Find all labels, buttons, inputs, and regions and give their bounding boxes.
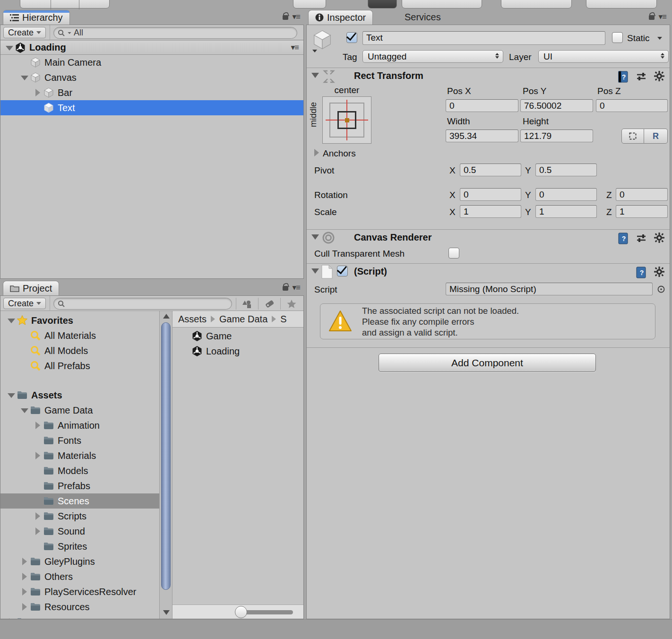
cull-transparent-mesh-checkbox[interactable] [448,248,459,259]
gameobject-cube-icon[interactable] [311,29,333,51]
toolbar-button[interactable] [501,0,572,9]
tree-item-materials[interactable]: Materials [0,448,159,463]
search-by-type-button[interactable] [236,298,258,310]
pivot-x-field[interactable]: 0.5 [460,164,521,176]
gear-icon[interactable] [654,232,665,245]
tree-item-fonts[interactable]: Fonts [0,433,159,448]
foldout-expanded-icon[interactable] [19,405,30,415]
tab-project[interactable]: Project [3,281,59,295]
tab-inspector[interactable]: Inspector [308,10,373,25]
foldout-collapsed-icon[interactable] [19,571,30,582]
file-item-loading[interactable]: Loading [172,344,303,359]
lock-icon[interactable] [283,15,289,21]
raw-edit-mode-button[interactable]: R [644,129,668,144]
lock-icon[interactable] [649,15,655,21]
scale-y-field[interactable]: 1 [535,205,597,218]
gear-icon[interactable] [654,266,665,279]
foldout-expanded-icon[interactable] [19,72,30,83]
tree-item-clipped[interactable] [0,614,159,619]
tree-item-scenes-selected[interactable]: Scenes [0,493,159,509]
toolbar-button[interactable] [402,0,482,9]
pos-x-field[interactable]: 0 [446,99,518,112]
foldout-collapsed-icon[interactable] [33,511,43,521]
lock-icon[interactable] [283,286,289,292]
help-icon[interactable]: ? [636,267,647,279]
foldout-collapsed-icon[interactable] [33,87,43,98]
foldout-collapsed-icon[interactable] [19,602,30,612]
scale-z-field[interactable]: 1 [616,205,668,218]
tree-item-playservicesresolver[interactable]: PlayServicesResolver [0,584,159,599]
add-component-button[interactable]: Add Component [379,354,596,372]
foldout-expanded-icon[interactable] [311,268,319,274]
hierarchy-item-canvas[interactable]: Canvas [0,70,303,85]
file-item-game[interactable]: Game [172,328,303,344]
rotation-x-field[interactable]: 0 [460,188,521,201]
foldout-collapsed-icon[interactable] [19,587,30,597]
hierarchy-create-button[interactable]: Create [3,27,46,38]
toolbar-button-active[interactable] [368,0,397,9]
tree-item-models[interactable]: Models [0,463,159,478]
foldout-expanded-icon[interactable] [311,73,319,78]
presets-icon[interactable] [636,233,647,244]
tab-services[interactable]: Services [405,12,441,23]
hierarchy-item-bar[interactable]: Bar [0,85,303,100]
hierarchy-search-input[interactable]: All [53,27,297,39]
breadcrumb-game-data[interactable]: Game Data [219,314,267,325]
tree-item-all-models[interactable]: All Models [0,343,159,358]
foldout-collapsed-icon[interactable] [33,450,43,461]
help-icon[interactable]: ? [618,71,629,83]
tree-item-sound[interactable]: Sound [0,524,159,539]
active-checkbox[interactable] [346,32,357,43]
toolbar-button[interactable] [293,0,326,9]
anchor-preset-widget[interactable] [322,96,371,144]
search-by-label-button[interactable] [258,298,280,310]
help-icon[interactable]: ? [618,233,629,245]
hierarchy-item-text-selected[interactable]: Text [0,100,303,115]
scrollbar-thumb[interactable] [161,322,171,590]
foldout-expanded-icon[interactable] [4,43,15,53]
object-picker-icon[interactable] [657,285,665,293]
gameobject-name-field[interactable]: Text [362,31,605,45]
zoom-slider-track[interactable] [241,610,293,614]
scene-row-loading[interactable]: Loading ▾≡ [0,40,303,55]
foldout-expanded-icon[interactable] [311,234,319,240]
tree-item-resources[interactable]: Resources [0,599,159,614]
tree-item-sprites[interactable]: Sprites [0,539,159,554]
foldout-expanded-icon[interactable] [6,315,17,326]
scene-menu-icon[interactable]: ▾≡ [291,43,299,52]
rotation-y-field[interactable]: 0 [535,188,597,201]
presets-icon[interactable] [636,72,647,82]
tree-item-all-materials[interactable]: All Materials [0,328,159,343]
pivot-y-field[interactable]: 0.5 [535,164,597,176]
breadcrumb-scenes-clipped[interactable]: S [280,314,286,325]
foldout-collapsed-icon[interactable] [19,556,30,567]
tree-item-scripts[interactable]: Scripts [0,509,159,524]
foldout-collapsed-icon[interactable] [33,526,43,536]
script-enabled-checkbox[interactable] [337,266,348,276]
pos-z-field[interactable]: 0 [596,99,668,112]
project-search-input[interactable] [53,298,232,310]
blueprint-mode-button[interactable] [621,129,644,144]
static-chevron-icon[interactable] [657,37,662,40]
gear-icon[interactable] [654,70,665,84]
rotation-z-field[interactable]: 0 [616,188,668,201]
project-tree-scrollbar[interactable] [159,311,172,619]
favorites-toggle-button[interactable] [280,298,302,310]
foldout-collapsed-icon[interactable] [33,420,43,431]
script-object-field[interactable]: Missing (Mono Script) [446,283,653,295]
breadcrumb-assets[interactable]: Assets [178,314,207,325]
tree-item-others[interactable]: Others [0,569,159,584]
scale-x-field[interactable]: 1 [460,205,521,218]
toolbar-button[interactable] [586,0,657,9]
tab-hierarchy[interactable]: Hierarchy [3,10,70,25]
tree-item-assets[interactable]: Assets [0,388,159,403]
panel-menu-icon[interactable]: ▾≡ [659,12,666,22]
panel-menu-icon[interactable]: ▾≡ [293,12,300,22]
search-filter-icon[interactable] [68,32,71,34]
static-checkbox[interactable] [612,32,623,43]
tree-item-favorites[interactable]: Favorites [0,313,159,328]
tree-item-game-data[interactable]: Game Data [0,403,159,418]
tree-item-all-prefabs[interactable]: All Prefabs [0,358,159,373]
tree-item-gleyplugins[interactable]: GleyPlugins [0,554,159,569]
pos-y-field[interactable]: 76.50002 [520,99,593,112]
